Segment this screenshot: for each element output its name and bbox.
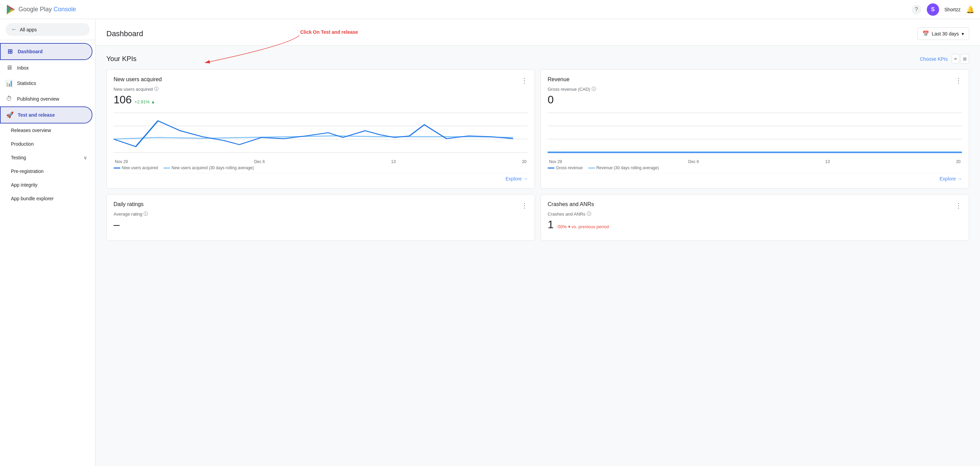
kpi-card-crashes-more-icon[interactable]: ⋮	[955, 201, 962, 209]
kpi-revenue-info-icon[interactable]: ⓘ	[592, 86, 596, 92]
dashboard-icon: ⊞	[6, 48, 14, 55]
sidebar-nav: ⊞ Dashboard 🖥 Inbox 📊 Statistics ⏱ Publi…	[0, 40, 95, 208]
legend-dot-revenue-rolling	[588, 168, 595, 169]
revenue-explore-label: Explore	[940, 176, 956, 182]
page-title: Dashboard	[107, 29, 143, 38]
legend-item-new-users-rolling: New users acquired (30 days rolling aver…	[163, 166, 254, 170]
kpi-card-new-users-subtitle: New users acquired ⓘ	[113, 86, 528, 92]
main-layout: ← All apps ⊞ Dashboard 🖥 Inbox 📊 Statist…	[0, 19, 980, 466]
inbox-icon: 🖥	[5, 64, 13, 71]
logo-text: Google Play Console	[18, 6, 76, 13]
releases-overview-label: Releases overview	[11, 128, 51, 133]
sidebar-item-publishing-overview[interactable]: ⏱ Publishing overview	[0, 91, 92, 107]
sidebar-item-dashboard-label: Dashboard	[18, 49, 43, 54]
date-filter-button[interactable]: 📅 Last 30 days ▾	[917, 27, 969, 40]
new-users-explore-arrow-icon: →	[523, 176, 528, 182]
pre-registration-label: Pre-registration	[11, 169, 44, 174]
legend-label-revenue-rolling: Revenue (30 days rolling average)	[597, 166, 659, 170]
new-users-chart-legend: New users acquired New users acquired (3…	[113, 166, 528, 170]
content-header: Dashboard 📅 Last 30 days ▾	[95, 19, 980, 46]
logo: Google Play Console	[5, 4, 76, 15]
kpis-actions: Choose KPIs ≡ ⊞	[920, 54, 969, 64]
legend-item-gross-revenue: Gross revenue	[547, 166, 583, 170]
kpi-card-daily-ratings-title: Daily ratings	[113, 201, 143, 207]
kpi-daily-ratings-info-icon[interactable]: ⓘ	[143, 211, 148, 217]
kpi-card-crashes-subtitle: Crashes and ANRs ⓘ	[547, 211, 962, 217]
legend-item-revenue-rolling: Revenue (30 days rolling average)	[588, 166, 659, 170]
kpis-title: Your KPIs	[107, 55, 137, 63]
kpi-card-revenue-chart	[547, 109, 962, 156]
sidebar-item-inbox[interactable]: 🖥 Inbox	[0, 60, 92, 75]
sidebar-item-testing[interactable]: Testing ∨	[0, 151, 92, 164]
legend-label-gross-revenue: Gross revenue	[556, 166, 583, 170]
sidebar-item-pre-registration[interactable]: Pre-registration	[0, 164, 92, 178]
kpi-card-new-users-value: 106	[113, 94, 132, 106]
kpi-card-crashes-header: Crashes and ANRs ⋮	[547, 201, 962, 209]
revenue-explore-arrow-icon: →	[957, 176, 962, 182]
all-apps-label: All apps	[20, 27, 37, 32]
user-name: Shortzz	[945, 7, 961, 12]
play-logo-icon	[5, 4, 16, 15]
view-toggle: ≡ ⊞	[952, 54, 969, 64]
choose-kpis-button[interactable]: Choose KPIs	[920, 56, 948, 62]
production-label: Production	[11, 141, 34, 147]
revenue-chart-legend: Gross revenue Revenue (30 days rolling a…	[547, 166, 962, 170]
kpi-card-revenue-more-icon[interactable]: ⋮	[955, 77, 962, 85]
statistics-icon: 📊	[5, 80, 13, 87]
new-users-chart-svg	[113, 109, 528, 156]
kpi-grid: New users acquired ⋮ New users acquired …	[107, 69, 969, 241]
sidebar-item-app-bundle-explorer[interactable]: App bundle explorer	[0, 192, 92, 205]
kpis-section: Your KPIs Choose KPIs ≡ ⊞ New users acqu…	[95, 46, 980, 249]
kpi-card-revenue-value-row: 0	[547, 94, 962, 106]
topbar-right: ? S Shortzz 🔔	[912, 3, 975, 16]
sidebar-item-publishing-label: Publishing overview	[17, 96, 59, 102]
app-bundle-explorer-label: App bundle explorer	[11, 196, 54, 201]
kpi-card-revenue: Revenue ⋮ Gross revenue (CAD) ⓘ 0	[541, 69, 969, 189]
kpi-card-new-users-more-icon[interactable]: ⋮	[521, 77, 528, 85]
kpi-card-daily-ratings-more-icon[interactable]: ⋮	[521, 201, 528, 209]
test-release-icon: 🚀	[6, 111, 14, 119]
grid-view-button[interactable]: ⊞	[961, 54, 969, 64]
new-users-explore-link[interactable]: Explore →	[113, 173, 528, 182]
kpi-crashes-info-icon[interactable]: ⓘ	[587, 211, 591, 217]
logo-console-text: Console	[54, 6, 76, 13]
all-apps-button[interactable]: ← All apps	[5, 23, 90, 36]
list-view-button[interactable]: ≡	[952, 54, 959, 64]
sidebar-item-test-and-release[interactable]: 🚀 Test and release	[0, 107, 92, 123]
sidebar-item-statistics-label: Statistics	[17, 80, 36, 86]
testing-label: Testing	[11, 155, 26, 160]
date-filter-label: Last 30 days	[932, 31, 959, 37]
sidebar-item-app-integrity[interactable]: App integrity	[0, 178, 92, 192]
revenue-chart-x-labels: Nov 29 Dec 6 13 20	[547, 159, 962, 164]
kpi-card-new-users-value-row: 106 +2.91% ▲	[113, 94, 528, 106]
main-content: Dashboard 📅 Last 30 days ▾ Your KPIs Cho…	[95, 19, 980, 466]
new-users-explore-label: Explore	[506, 176, 522, 182]
all-apps-section: ← All apps	[0, 19, 95, 40]
sidebar-item-inbox-label: Inbox	[17, 65, 29, 70]
sidebar-item-dashboard[interactable]: ⊞ Dashboard	[0, 43, 92, 60]
legend-item-new-users: New users acquired	[113, 166, 158, 170]
sidebar-item-production[interactable]: Production	[0, 137, 92, 151]
avatar: S	[927, 3, 939, 16]
legend-dot-new-users	[113, 168, 120, 169]
kpi-card-daily-ratings-header: Daily ratings ⋮	[113, 201, 528, 209]
sidebar-item-releases-overview[interactable]: Releases overview	[0, 123, 92, 137]
new-users-chart-x-labels: Nov 29 Dec 6 13 20	[113, 159, 528, 164]
kpi-card-new-users-header: New users acquired ⋮	[113, 77, 528, 85]
kpi-new-users-info-icon[interactable]: ⓘ	[154, 86, 159, 92]
sidebar-item-statistics[interactable]: 📊 Statistics	[0, 75, 92, 91]
kpi-card-crashes-value: 1	[547, 218, 554, 231]
kpi-card-crashes-value-row: 1 -50% ▾ vs. previous period	[547, 218, 962, 231]
help-icon[interactable]: ?	[912, 5, 921, 14]
notifications-icon[interactable]: 🔔	[966, 5, 975, 14]
kpi-card-daily-ratings-subtitle: Average rating ⓘ	[113, 211, 528, 217]
test-and-release-label: Test and release	[18, 112, 55, 118]
kpi-card-revenue-title: Revenue	[547, 77, 570, 83]
kpi-card-new-users-change: +2.91% ▲	[134, 99, 155, 104]
legend-label-new-users-rolling: New users acquired (30 days rolling aver…	[172, 166, 254, 170]
revenue-explore-link[interactable]: Explore →	[547, 173, 962, 182]
kpi-card-new-users-title: New users acquired	[113, 77, 162, 83]
kpi-card-crashes-anrs: Crashes and ANRs ⋮ Crashes and ANRs ⓘ 1 …	[541, 194, 969, 241]
back-arrow-icon: ←	[11, 26, 17, 33]
kpi-card-daily-ratings: Daily ratings ⋮ Average rating ⓘ –	[107, 194, 535, 241]
